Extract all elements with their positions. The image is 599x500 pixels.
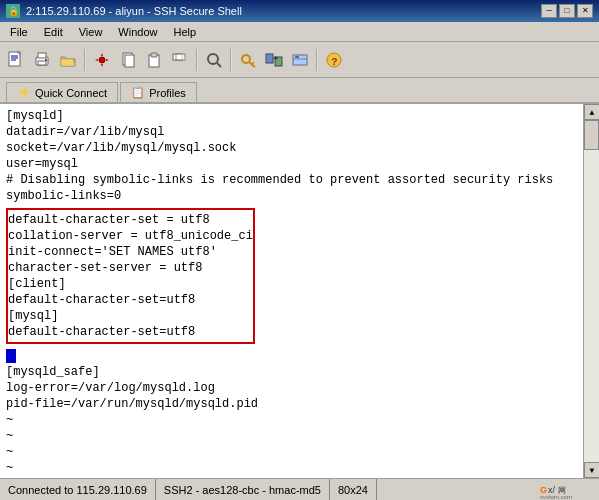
terminal-line: default-character-set = utf8 [8, 212, 253, 228]
profiles-label: Profiles [149, 87, 186, 99]
paste-button[interactable] [142, 48, 166, 72]
scrollbar[interactable]: ▲ ▼ [583, 104, 599, 478]
svg-rect-15 [176, 54, 185, 60]
menu-window[interactable]: Window [112, 25, 163, 39]
window-controls: ─ □ ✕ [541, 4, 593, 18]
terminal-line [6, 348, 577, 364]
terminal-line: [client] [8, 276, 253, 292]
quick-connect-tab[interactable]: ⚡ Quick Connect [6, 82, 118, 102]
maximize-button[interactable]: □ [559, 4, 575, 18]
terminal-line: default-character-set=utf8 [8, 324, 253, 340]
toolbar-sep-3 [230, 49, 232, 71]
title-bar: 🔒 2:115.29.110.69 - aliyun - SSH Secure … [0, 0, 599, 22]
terminal-line: ~ [6, 460, 577, 476]
terminal-line: [mysql] [8, 308, 253, 324]
copy-button[interactable] [116, 48, 140, 72]
scroll-up-button[interactable]: ▲ [584, 104, 599, 120]
encryption-status: SSH2 - aes128-cbc - hmac-md5 [156, 479, 330, 500]
terminal-line: [mysqld_safe] [6, 364, 577, 380]
menu-file[interactable]: File [4, 25, 34, 39]
sftp-button[interactable] [288, 48, 312, 72]
help-button[interactable]: ? [322, 48, 346, 72]
svg-point-16 [208, 54, 218, 64]
search-button[interactable] [202, 48, 226, 72]
terminal-line: # Disabling symbolic-links is recommende… [6, 172, 577, 188]
svg-rect-21 [266, 54, 273, 63]
terminal-line: socket=/var/lib/mysql/mysql.sock [6, 140, 577, 156]
toolbar-sep-2 [196, 49, 198, 71]
scrollbar-track[interactable] [584, 120, 599, 462]
quick-connect-label: Quick Connect [35, 87, 107, 99]
new-button[interactable] [4, 48, 28, 72]
svg-line-17 [217, 63, 221, 67]
toolbar-sep-1 [84, 49, 86, 71]
quick-connect-icon: ⚡ [17, 86, 31, 99]
profiles-icon: 📋 [131, 86, 145, 99]
svg-text:system.com: system.com [540, 494, 572, 499]
dimensions-status: 80x24 [330, 479, 377, 500]
toolbar-sep-4 [316, 49, 318, 71]
undo-button[interactable] [168, 48, 192, 72]
app-icon: 🔒 [6, 4, 20, 18]
svg-line-20 [252, 62, 254, 64]
connection-status: Connected to 115.29.110.69 [0, 479, 156, 500]
svg-rect-0 [9, 52, 20, 66]
profiles-tab[interactable]: 📋 Profiles [120, 82, 197, 102]
svg-point-8 [45, 59, 47, 61]
menu-bar: File Edit View Window Help [0, 22, 599, 42]
menu-edit[interactable]: Edit [38, 25, 69, 39]
minimize-button[interactable]: ─ [541, 4, 557, 18]
terminal-line: symbolic-links=0 [6, 188, 577, 204]
transfer-button[interactable] [262, 48, 286, 72]
terminal-wrapper: [mysqld] datadir=/var/lib/mysql socket=/… [0, 104, 599, 478]
highlighted-block: default-character-set = utf8 collation-s… [6, 208, 255, 344]
terminal-line: datadir=/var/lib/mysql [6, 124, 577, 140]
terminal-line: default-character-set=utf8 [8, 292, 253, 308]
svg-rect-6 [38, 53, 46, 58]
terminal-line: character-set-server = utf8 [8, 260, 253, 276]
scroll-down-button[interactable]: ▼ [584, 462, 599, 478]
cursor [6, 349, 16, 363]
settings-button[interactable] [90, 48, 114, 72]
terminal-line: pid-file=/var/run/mysqld/mysqld.pid [6, 396, 577, 412]
scrollbar-thumb[interactable] [584, 120, 599, 150]
svg-rect-7 [38, 61, 46, 65]
toolbar: ? [0, 42, 599, 78]
svg-text:?: ? [332, 56, 338, 67]
svg-rect-11 [125, 55, 134, 67]
terminal-line: log-error=/var/log/mysqld.log [6, 380, 577, 396]
print-button[interactable] [30, 48, 54, 72]
status-bar: Connected to 115.29.110.69 SSH2 - aes128… [0, 478, 599, 500]
terminal-line: init-connect='SET NAMES utf8' [8, 244, 253, 260]
menu-view[interactable]: View [73, 25, 109, 39]
terminal-line: ~ [6, 444, 577, 460]
open-button[interactable] [56, 48, 80, 72]
svg-point-18 [242, 55, 250, 63]
window-title: 2:115.29.110.69 - aliyun - SSH Secure Sh… [26, 5, 242, 17]
close-button[interactable]: ✕ [577, 4, 593, 18]
terminal-line: collation-server = utf8_unicode_ci [8, 228, 253, 244]
logo-area: G x/ 网 system.com [540, 479, 599, 501]
menu-help[interactable]: Help [167, 25, 202, 39]
tabs-bar: ⚡ Quick Connect 📋 Profiles [0, 78, 599, 104]
svg-point-9 [99, 57, 105, 63]
terminal-line: user=mysql [6, 156, 577, 172]
terminal-line: ~ [6, 412, 577, 428]
svg-rect-27 [295, 56, 299, 58]
key-button[interactable] [236, 48, 260, 72]
terminal-line: ~ [6, 428, 577, 444]
terminal-line: [mysqld] [6, 108, 577, 124]
svg-rect-13 [151, 53, 157, 57]
terminal[interactable]: [mysqld] datadir=/var/lib/mysql socket=/… [0, 104, 583, 478]
